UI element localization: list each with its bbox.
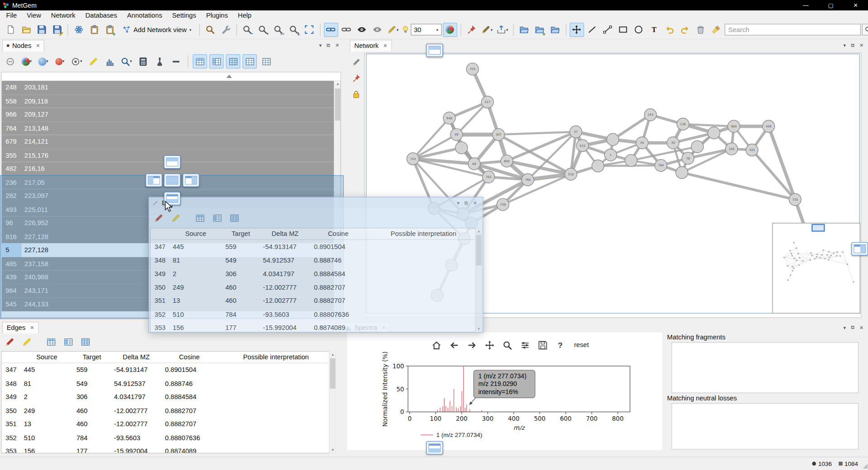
network-node[interactable]: 317 bbox=[481, 96, 493, 108]
edges-column-header[interactable]: Cosine bbox=[311, 230, 366, 238]
node-color-button[interactable] bbox=[19, 54, 34, 69]
nodes-row-header[interactable]: 5 bbox=[2, 243, 22, 257]
table-view-plain-button[interactable] bbox=[242, 54, 257, 69]
network-node[interactable] bbox=[607, 133, 619, 146]
nodes-row-header[interactable]: 545 bbox=[2, 297, 22, 311]
network-node[interactable]: 794 bbox=[655, 160, 667, 172]
dock-float-button[interactable] bbox=[327, 42, 330, 48]
table-view-row-button[interactable] bbox=[193, 211, 207, 225]
annotate-pencil-button[interactable] bbox=[350, 56, 362, 68]
resize-grip[interactable] bbox=[863, 462, 867, 470]
menu-item-network[interactable]: Network bbox=[46, 11, 81, 20]
node-outline-button[interactable] bbox=[69, 54, 84, 69]
nodes-table-header[interactable] bbox=[2, 72, 341, 80]
dock-indicator-top-edge[interactable] bbox=[426, 44, 443, 57]
dock-indicator-right[interactable] bbox=[183, 174, 199, 187]
menu-item-file[interactable]: File bbox=[1, 11, 22, 20]
network-edge[interactable] bbox=[456, 102, 487, 135]
nodes-table-row[interactable]: 764213,148 bbox=[2, 122, 341, 135]
table-view-all-button[interactable] bbox=[227, 211, 242, 225]
table-view-col-button[interactable] bbox=[210, 211, 224, 225]
add-network-view-button[interactable]: Add Network view bbox=[118, 23, 196, 36]
table-view-row-button[interactable] bbox=[193, 54, 207, 69]
dock-indicator-bottom-edge[interactable] bbox=[426, 441, 443, 454]
zoom-to-selection-button[interactable] bbox=[119, 54, 133, 69]
menu-item-help[interactable]: Help bbox=[233, 11, 256, 20]
formula-button[interactable] bbox=[136, 54, 150, 69]
plot-help-button[interactable] bbox=[554, 339, 566, 351]
nodes-row-header[interactable]: 966 bbox=[2, 108, 22, 122]
unlink-views-button[interactable] bbox=[339, 23, 354, 37]
dock-close-button[interactable] bbox=[335, 42, 339, 48]
close-icon[interactable] bbox=[30, 325, 34, 330]
collapse-button[interactable] bbox=[169, 54, 183, 69]
pin-annotation-button[interactable] bbox=[464, 23, 479, 37]
search-input[interactable] bbox=[725, 24, 861, 36]
edges-table-row[interactable]: 34923064.03417970.8884584 bbox=[2, 390, 335, 404]
floating-titlebar[interactable]: Edges bbox=[149, 197, 483, 208]
dock-float-button[interactable] bbox=[465, 200, 468, 206]
draw-line-button[interactable] bbox=[585, 23, 599, 37]
network-node[interactable]: 1 bbox=[605, 149, 617, 161]
network-edge[interactable] bbox=[768, 127, 795, 200]
nodes-row-header[interactable]: 355 bbox=[2, 149, 22, 162]
edges-table-row[interactable]: 347445559-54.9131470.8901504 bbox=[151, 240, 481, 254]
nodes-table-row[interactable]: 966209,127 bbox=[2, 108, 341, 122]
network-node[interactable] bbox=[592, 160, 604, 172]
menu-item-databases[interactable]: Databases bbox=[81, 11, 122, 20]
nodes-row-header[interactable]: 96 bbox=[2, 216, 22, 230]
label-color-button[interactable] bbox=[386, 23, 400, 37]
plot-zoom-button[interactable] bbox=[501, 339, 513, 351]
nodes-tab[interactable]: Nodes bbox=[2, 39, 44, 51]
network-node[interactable]: 739 bbox=[497, 198, 509, 211]
dock-menu-button[interactable] bbox=[844, 42, 846, 48]
network-node[interactable] bbox=[691, 141, 703, 153]
dock-menu-button[interactable] bbox=[457, 200, 460, 206]
hide-items-button[interactable] bbox=[355, 23, 369, 37]
dock-menu-button[interactable] bbox=[844, 325, 846, 330]
edges-column-header[interactable]: Possible interpretation bbox=[366, 230, 481, 238]
node-ring-color-button[interactable] bbox=[36, 54, 51, 69]
network-node[interactable]: 409 bbox=[763, 120, 775, 132]
dock-indicator-right-edge[interactable] bbox=[851, 242, 868, 255]
scroll-thumb[interactable] bbox=[335, 89, 340, 121]
export-image-button[interactable] bbox=[495, 23, 510, 37]
network-node[interactable]: 900 bbox=[728, 120, 740, 132]
open-database-button[interactable] bbox=[517, 23, 531, 37]
edges-column-header[interactable]: Source bbox=[20, 353, 73, 361]
menu-item-settings[interactable]: Settings bbox=[167, 11, 201, 20]
close-button[interactable] bbox=[843, 0, 868, 10]
edges-column-header[interactable]: Delta MZ bbox=[260, 230, 311, 238]
close-icon[interactable] bbox=[36, 43, 40, 48]
select-move-button[interactable] bbox=[569, 23, 584, 37]
edges-scrollbar[interactable] bbox=[475, 228, 482, 332]
edges-table-row[interactable]: 3488154954.9125370.888746 bbox=[2, 377, 335, 390]
nodes-row-header[interactable]: 764 bbox=[2, 122, 22, 135]
plot-back-button[interactable] bbox=[448, 339, 460, 351]
minimap[interactable] bbox=[772, 223, 860, 314]
table-view-all-button[interactable] bbox=[226, 54, 240, 69]
network-node[interactable]: 136 bbox=[677, 118, 689, 130]
table-view-row-button[interactable] bbox=[44, 334, 58, 349]
process-file-button[interactable] bbox=[71, 23, 86, 37]
table-export-button[interactable] bbox=[259, 54, 274, 69]
network-node[interactable]: 143 bbox=[644, 109, 656, 121]
open-project-button[interactable] bbox=[19, 23, 33, 37]
view-database-button[interactable] bbox=[548, 23, 562, 37]
edges-table-row[interactable]: 352510784-93.56030.88807636 bbox=[2, 431, 335, 445]
minimize-button[interactable] bbox=[793, 0, 818, 10]
plot-forward-button[interactable] bbox=[465, 339, 478, 351]
edges-table[interactable]: SourceTargetDelta MZCosinePossible inter… bbox=[1, 351, 335, 453]
network-node[interactable] bbox=[708, 127, 720, 139]
zoom-out-button[interactable]: − bbox=[240, 23, 255, 37]
network-node[interactable]: 30 bbox=[667, 137, 679, 149]
scroll-up-button[interactable] bbox=[334, 81, 341, 88]
table-view-all-button[interactable] bbox=[78, 334, 93, 349]
nodes-row-header[interactable]: 482 bbox=[2, 162, 22, 175]
scroll-up-button[interactable] bbox=[475, 228, 482, 235]
network-node[interactable]: 45 bbox=[636, 137, 648, 149]
search-button[interactable] bbox=[862, 24, 868, 36]
edges-tab[interactable]: Edges bbox=[2, 321, 38, 333]
network-node[interactable]: 806 bbox=[501, 155, 513, 167]
redo-button[interactable] bbox=[678, 23, 693, 37]
